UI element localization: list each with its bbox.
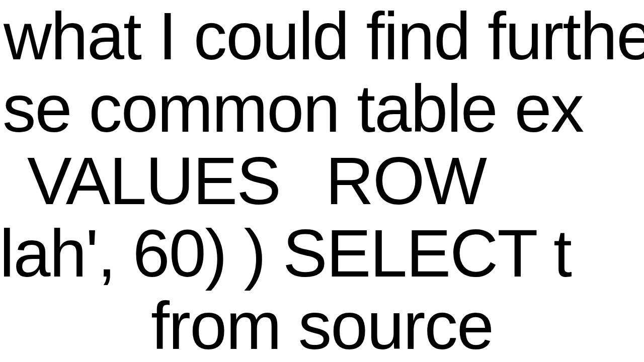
- text-line-3: S (VALUESROW: [0, 145, 644, 217]
- text-fragment: VALUES: [27, 148, 280, 215]
- text-fragment: d use common table ex: [0, 75, 583, 142]
- text-fragment: from source: [151, 293, 493, 359]
- text-line-5: from source: [0, 290, 644, 362]
- text-line-4: h blah', 60) ) SELECT t: [0, 217, 644, 290]
- text-line-2: d use common table ex: [0, 72, 644, 145]
- cropped-text-block: n what I could find further d use common…: [0, 0, 644, 362]
- text-line-1: n what I could find further: [0, 0, 644, 72]
- text-fragment: n what I could find further: [0, 3, 644, 70]
- text-fragment: h blah', 60) ) SELECT t: [0, 220, 571, 287]
- text-fragment: ROW: [326, 148, 486, 215]
